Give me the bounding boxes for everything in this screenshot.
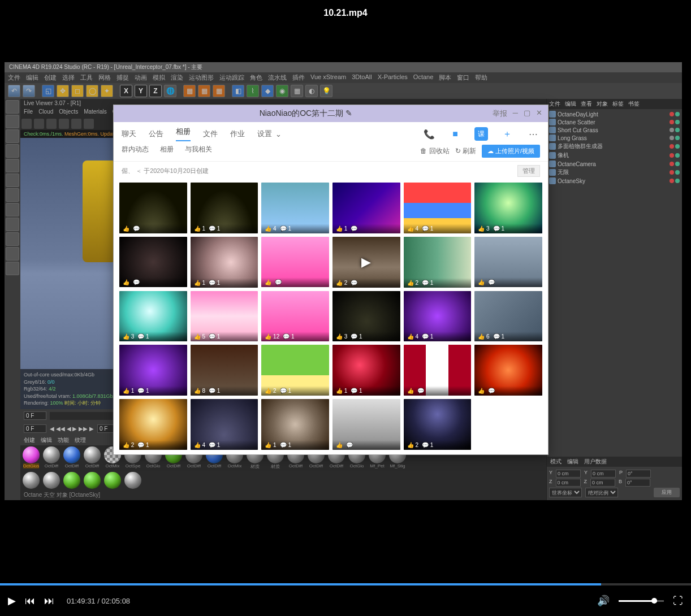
- video-icon[interactable]: ■: [448, 127, 462, 141]
- like-icon[interactable]: 👍: [265, 279, 271, 285]
- world-icon[interactable]: 🌐: [164, 85, 176, 97]
- visibility-dot[interactable]: [675, 170, 680, 175]
- workplane-mode-icon[interactable]: [6, 232, 19, 246]
- menu-item[interactable]: 运动跟踪: [219, 73, 244, 82]
- like-icon[interactable]: 👍 1: [194, 225, 205, 232]
- like-icon[interactable]: 👍 4: [194, 442, 205, 448]
- like-icon[interactable]: 👍 2: [407, 442, 418, 448]
- like-icon[interactable]: 👍 1: [265, 442, 276, 448]
- enable-snap-icon[interactable]: [6, 218, 19, 231]
- attr-tab[interactable]: 编辑: [567, 458, 578, 466]
- comment-icon[interactable]: 💬 1: [209, 333, 220, 340]
- coord-scale-select[interactable]: 绝对比例: [585, 488, 618, 497]
- lv-gear-icon[interactable]: [84, 119, 94, 129]
- visibility-dot[interactable]: [675, 153, 680, 158]
- chat-titlebar[interactable]: NiaoNiao的OC第十二期 ✎ 举报 ─ ▢ ✕: [114, 105, 548, 122]
- gallery-thumb[interactable]: 👍 5💬 1: [191, 291, 258, 342]
- axis-y-icon[interactable]: Y: [135, 85, 147, 97]
- gallery-thumb[interactable]: 👍 💬: [119, 237, 187, 288]
- comment-icon[interactable]: 💬 1: [209, 442, 220, 448]
- comment-icon[interactable]: 💬 1: [493, 333, 504, 340]
- chat-tab[interactable]: 聊天: [122, 129, 136, 139]
- attr-tab[interactable]: 用户数据: [584, 458, 607, 466]
- comment-icon[interactable]: 💬 1: [280, 388, 291, 394]
- chat-tab[interactable]: 作业: [230, 129, 245, 139]
- axis-mode-icon[interactable]: [6, 188, 19, 202]
- apply-button[interactable]: 应用: [654, 488, 680, 497]
- comment-icon[interactable]: 💬 1: [209, 388, 220, 394]
- chat-tab[interactable]: 公告: [149, 129, 163, 139]
- add-icon[interactable]: ＋: [500, 127, 514, 141]
- comment-icon[interactable]: 💬: [417, 388, 424, 394]
- undo-icon[interactable]: ↶: [8, 85, 20, 97]
- mat-tab[interactable]: 创建: [24, 436, 35, 444]
- texture-mode-icon[interactable]: [6, 115, 19, 128]
- comment-icon[interactable]: 💬 1: [283, 333, 294, 340]
- gallery-thumb[interactable]: 👍 2💬 1: [261, 345, 329, 396]
- gallery-thumb[interactable]: 👍 💬: [404, 345, 472, 396]
- like-icon[interactable]: 👍: [123, 279, 129, 285]
- scale-icon[interactable]: ◻: [71, 85, 84, 97]
- visibility-dot[interactable]: [675, 112, 680, 116]
- c4d-menubar[interactable]: 文件编辑创建选择工具网格捕捉动画模拟渲染运动图形运动跟踪角色流水线插件Vue x…: [5, 72, 682, 83]
- like-icon[interactable]: 👍 2: [265, 388, 276, 394]
- comment-icon[interactable]: 💬: [351, 280, 357, 286]
- comment-icon[interactable]: 💬 1: [209, 225, 220, 232]
- menu-item[interactable]: 模拟: [153, 73, 165, 82]
- material-item[interactable]: OctDiff: [42, 446, 61, 470]
- menu-item[interactable]: 3DtoAll: [352, 73, 372, 82]
- redo-icon[interactable]: ↷: [23, 85, 35, 97]
- recycle-link[interactable]: 🗑 回收站: [420, 146, 449, 156]
- attr-tab[interactable]: 模式: [550, 458, 562, 466]
- call-icon[interactable]: 📞: [422, 127, 436, 141]
- comment-icon[interactable]: 💬 1: [351, 333, 362, 340]
- planar-snap-icon[interactable]: [6, 262, 19, 275]
- lv-menu-item[interactable]: Cloud: [38, 109, 53, 116]
- tree-row[interactable]: OctaneDayLight: [549, 110, 680, 118]
- comment-icon[interactable]: 💬 1: [137, 333, 149, 340]
- coord-z-input[interactable]: [556, 479, 581, 487]
- comment-icon[interactable]: 💬: [133, 279, 140, 285]
- chat-tab[interactable]: 文件: [203, 129, 218, 139]
- comment-icon[interactable]: 💬 1: [280, 225, 291, 232]
- menu-item[interactable]: 文件: [8, 73, 20, 82]
- menu-item[interactable]: 运动图形: [189, 73, 214, 82]
- visibility-dot[interactable]: [670, 170, 674, 175]
- lv-lock-icon[interactable]: [71, 119, 81, 129]
- subtab-related[interactable]: 与我相关: [185, 145, 212, 158]
- visibility-dot[interactable]: [670, 162, 674, 166]
- gallery-thumb[interactable]: 👍 6💬 1: [474, 291, 542, 342]
- chat-tab[interactable]: 相册: [176, 127, 191, 141]
- refresh-link[interactable]: ↻ 刷新: [455, 146, 476, 156]
- menu-item[interactable]: 捕捉: [116, 73, 129, 82]
- visibility-dot[interactable]: [675, 136, 680, 140]
- gallery-thumb[interactable]: 👍 2💬 1: [119, 399, 187, 450]
- gallery-thumb[interactable]: 👍 1💬 1: [191, 183, 258, 233]
- menu-item[interactable]: 流水线: [268, 73, 287, 82]
- object-tree[interactable]: OctaneDayLightOctane ScatterShort Cut Gr…: [547, 109, 682, 186]
- left-tool-palette[interactable]: [5, 99, 20, 500]
- volume-icon[interactable]: 🔊: [597, 595, 610, 607]
- visibility-dot[interactable]: [670, 153, 674, 158]
- comment-icon[interactable]: 💬: [275, 279, 282, 285]
- menu-item[interactable]: 角色: [250, 73, 262, 82]
- minimize-icon[interactable]: ─: [513, 109, 518, 119]
- gallery-thumb[interactable]: 👍 2💬 1: [404, 237, 472, 288]
- menu-item[interactable]: Octane: [413, 73, 433, 82]
- comment-icon[interactable]: 💬 1: [280, 442, 291, 448]
- timeline-cur-input[interactable]: [24, 424, 46, 433]
- coord-p-input[interactable]: [626, 470, 651, 478]
- prev-icon[interactable]: ⏮: [25, 595, 35, 607]
- comment-icon[interactable]: 💬: [133, 225, 140, 232]
- menu-item[interactable]: 脚本: [439, 73, 451, 82]
- om-tab[interactable]: 查看: [581, 100, 592, 108]
- more-icon[interactable]: ⋯: [526, 127, 540, 141]
- menu-item[interactable]: 动画: [135, 73, 147, 82]
- visibility-dot[interactable]: [670, 128, 674, 132]
- menu-item[interactable]: 编辑: [26, 73, 38, 82]
- cube-icon[interactable]: ◧: [232, 85, 244, 97]
- gallery-thumb[interactable]: 👍 3💬 1: [119, 291, 187, 342]
- chat-tabs[interactable]: 聊天公告相册文件作业设置⌄📞■课＋⋯: [114, 122, 548, 141]
- tree-row[interactable]: Long Grass: [549, 134, 680, 142]
- gallery-thumb[interactable]: 👍 1💬: [332, 183, 400, 233]
